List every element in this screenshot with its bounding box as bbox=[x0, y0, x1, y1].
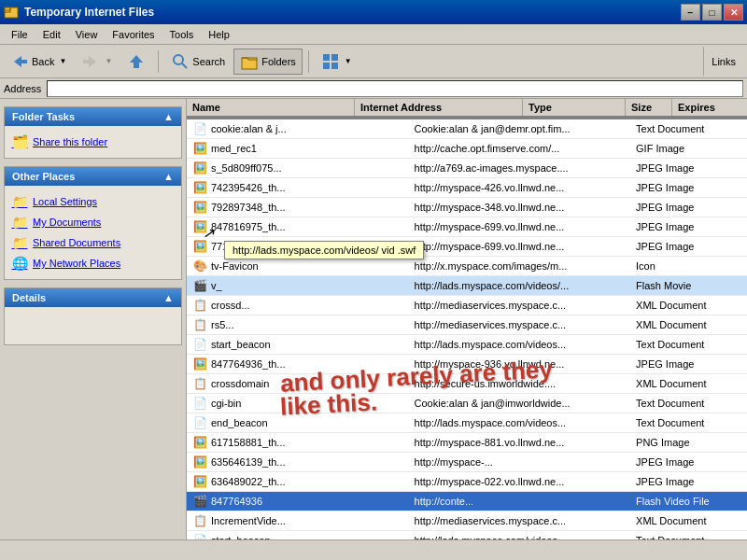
menu-view[interactable]: View bbox=[68, 27, 106, 42]
svg-marker-4 bbox=[130, 55, 143, 68]
table-row[interactable]: 🖼️ 636489022_th... http://myspace-022.vo… bbox=[187, 472, 747, 492]
file-name: 636489022_th... bbox=[211, 476, 286, 487]
menu-tools[interactable]: Tools bbox=[162, 27, 202, 42]
file-icon: 🖼️ bbox=[192, 141, 207, 156]
network-places-icon: 🌐 bbox=[12, 256, 27, 271]
toolbar-sep-2 bbox=[308, 50, 309, 73]
file-name: tv-Favicon bbox=[211, 260, 259, 272]
file-internet: http://lads.myspace.com/videos... bbox=[409, 413, 631, 433]
views-button[interactable]: ▼ bbox=[315, 49, 359, 75]
search-icon bbox=[171, 52, 190, 71]
table-row[interactable]: 📋 crossd... http://mediaservices.myspace… bbox=[187, 296, 747, 315]
views-icon bbox=[321, 52, 340, 71]
minimize-button[interactable]: − bbox=[681, 4, 700, 21]
table-row[interactable]: 📄 cgi-bin Cookie:alan & jan@imworldwide.… bbox=[187, 394, 747, 413]
file-icon: 🖼️ bbox=[192, 161, 207, 175]
file-type: JPEG Image bbox=[630, 472, 747, 492]
menu-edit[interactable]: Edit bbox=[35, 27, 68, 42]
svg-rect-10 bbox=[323, 63, 330, 69]
file-type: XML Document bbox=[630, 315, 747, 335]
col-name-header[interactable]: Name bbox=[187, 99, 355, 116]
table-row[interactable]: 🖼️ 742395426_th... http://myspace-426.vo… bbox=[187, 178, 747, 198]
back-button[interactable]: Back ▼ bbox=[4, 49, 73, 75]
table-row[interactable]: 🖼️ 792897348_th... http://myspace-348.vo… bbox=[187, 198, 747, 217]
table-row[interactable]: 🎬 v_ http://lads.myspace.com/videos/... … bbox=[187, 276, 747, 296]
links-button[interactable]: Links bbox=[703, 47, 743, 76]
close-button[interactable]: ✕ bbox=[724, 4, 743, 21]
file-type: Flash Movie bbox=[630, 276, 747, 296]
col-type-header[interactable]: Type bbox=[523, 99, 626, 116]
menu-help[interactable]: Help bbox=[201, 27, 237, 42]
file-list-scroll[interactable]: 📄 cookie:alan & j... Cookie:alan & jan@d… bbox=[187, 119, 747, 560]
file-icon: 🖼️ bbox=[192, 357, 207, 371]
file-icon: 📋 bbox=[192, 376, 207, 391]
table-row[interactable]: 🖼️ s_5d809ff075... http://a769.ac-images… bbox=[187, 159, 747, 178]
col-expires-header[interactable]: Expires bbox=[672, 99, 747, 116]
file-name: med_rec1 bbox=[211, 143, 257, 154]
address-input[interactable] bbox=[47, 80, 743, 97]
file-type: XML Document bbox=[630, 374, 747, 394]
file-name: end_beacon bbox=[211, 417, 268, 428]
address-label: Address bbox=[4, 83, 41, 94]
maximize-button[interactable]: □ bbox=[702, 4, 722, 21]
col-size-header[interactable]: Size bbox=[626, 99, 672, 116]
file-icon: 📋 bbox=[192, 513, 207, 528]
window-title: Temporary Internet Files bbox=[24, 6, 681, 19]
sidebar-item-local-settings[interactable]: 📁 Local Settings bbox=[12, 191, 174, 212]
file-type: PNG Image bbox=[630, 433, 747, 453]
folder-tasks-content: 🗂️ Share this folder bbox=[5, 126, 181, 158]
share-folder-item[interactable]: 🗂️ Share this folder bbox=[12, 132, 174, 152]
details-header[interactable]: Details ▲ bbox=[5, 288, 181, 307]
file-name: s_5d809ff075... bbox=[211, 162, 282, 174]
file-internet: http://a769.ac-images.myspace.... bbox=[409, 159, 631, 178]
address-bar: Address bbox=[0, 78, 747, 99]
folders-button[interactable]: Folders bbox=[233, 49, 303, 75]
file-internet: http://myspace-348.vo.llnwd.ne... bbox=[409, 198, 631, 217]
tooltip: http://lads.myspace.com/videos/ vid .swf bbox=[224, 241, 424, 259]
back-dropdown-arrow: ▼ bbox=[59, 57, 66, 65]
shared-documents-icon: 📁 bbox=[12, 235, 27, 250]
file-internet: Cookie:alan & jan@demr.opt.fim... bbox=[409, 119, 631, 139]
other-places-header[interactable]: Other Places ▲ bbox=[5, 167, 181, 186]
file-icon: 🎬 bbox=[192, 494, 207, 509]
table-row[interactable]: 📋 rs5... http://mediaservices.myspace.c.… bbox=[187, 315, 747, 335]
details-content bbox=[5, 307, 181, 344]
search-button[interactable]: Search bbox=[164, 49, 232, 75]
menu-favorites[interactable]: Favorites bbox=[105, 27, 162, 42]
overlay-text-line2: like this. bbox=[279, 387, 378, 421]
folders-icon bbox=[240, 52, 259, 71]
sidebar-item-my-documents[interactable]: 📁 My Documents bbox=[12, 212, 174, 232]
sidebar-item-network-places[interactable]: 🌐 My Network Places bbox=[12, 253, 174, 273]
file-internet: http://myspace-881.vo.llnwd.ne... bbox=[409, 433, 631, 453]
forward-button[interactable]: ▼ bbox=[75, 49, 119, 75]
file-icon: 📄 bbox=[192, 337, 207, 352]
table-row[interactable]: 📄 start_beacon http://lads.myspace.com/v… bbox=[187, 335, 747, 355]
up-button[interactable] bbox=[120, 49, 152, 75]
table-row[interactable]: 🎬 847764936 http://conte... Flash Video … bbox=[187, 492, 747, 511]
file-type: JPEG Image bbox=[630, 217, 747, 237]
sidebar: Folder Tasks ▲ 🗂️ Share this folder Othe… bbox=[0, 99, 187, 560]
file-type: JPEG Image bbox=[630, 237, 747, 257]
table-row[interactable]: 🖼️ 617158881_th... http://myspace-881.vo… bbox=[187, 433, 747, 453]
window-icon bbox=[4, 5, 19, 20]
table-row[interactable]: 🖼️ 847816975_th... http://myspace-699.vo… bbox=[187, 217, 747, 237]
file-internet: http://myspace-... bbox=[409, 453, 631, 472]
file-name: rs5... bbox=[211, 319, 233, 330]
file-name: 635646139_th... bbox=[211, 456, 286, 468]
table-row[interactable]: 🖼️ med_rec1 http://cache.opt.fimserve.co… bbox=[187, 139, 747, 159]
local-settings-icon: 📁 bbox=[12, 194, 27, 209]
svg-rect-9 bbox=[331, 54, 338, 61]
table-row[interactable]: 📋 IncrementVide... http://mediaservices.… bbox=[187, 511, 747, 531]
sidebar-item-shared-documents[interactable]: 📁 Shared Documents bbox=[12, 232, 174, 253]
table-row[interactable]: 🖼️ 635646139_th... http://myspace-... JP… bbox=[187, 453, 747, 472]
folder-tasks-header[interactable]: Folder Tasks ▲ bbox=[5, 107, 181, 126]
table-row[interactable]: 📄 end_beacon http://lads.myspace.com/vid… bbox=[187, 413, 747, 433]
col-internet-header[interactable]: Internet Address bbox=[355, 99, 523, 116]
details-collapse-icon: ▲ bbox=[163, 292, 174, 303]
file-internet: http://lads.myspace.com/videos/... bbox=[409, 276, 631, 296]
file-internet: http://lads.myspace.com/videos... bbox=[409, 335, 631, 355]
menu-file[interactable]: File bbox=[4, 27, 35, 42]
file-type: JPEG Image bbox=[630, 198, 747, 217]
table-row[interactable]: 📄 cookie:alan & j... Cookie:alan & jan@d… bbox=[187, 119, 747, 139]
file-internet: http://mediaservices.myspace.c... bbox=[409, 296, 631, 315]
